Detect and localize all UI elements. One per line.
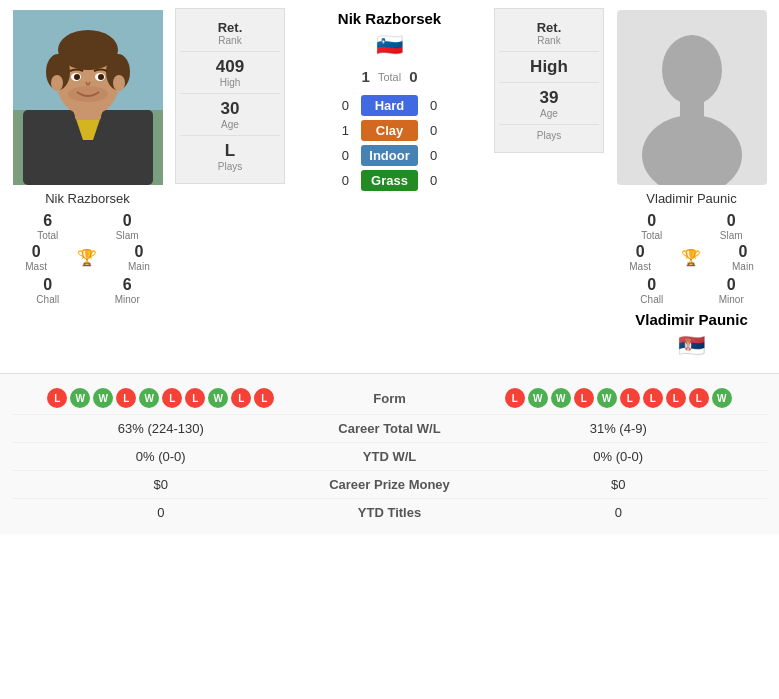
court-rows: 0 Hard 0 1 Clay 0 0 Indoor 0 0 Grass	[335, 95, 443, 191]
players-top-section: Nik Razborsek 6 Total 0 Slam 0 Mast 🏆	[0, 0, 779, 373]
prize-money-row: $0 Career Prize Money $0	[12, 471, 767, 499]
form-row: LWWLWLLWLL Form LWWLWLLLLW	[12, 382, 767, 415]
left-form-badges: LWWLWLLWLL	[12, 388, 310, 408]
form-badge-l: L	[689, 388, 709, 408]
left-mast-label: Mast	[25, 261, 47, 272]
left-trophy-icon: 🏆	[77, 248, 97, 267]
main-container: Nik Razborsek 6 Total 0 Slam 0 Mast 🏆	[0, 0, 779, 534]
svg-rect-19	[680, 98, 704, 118]
indoor-left-score: 0	[335, 148, 355, 163]
form-badge-l: L	[231, 388, 251, 408]
form-badge-w: W	[528, 388, 548, 408]
left-mast-value: 0	[25, 243, 47, 261]
left-high-value: 409	[180, 57, 280, 77]
form-badge-l: L	[185, 388, 205, 408]
right-flag: 🇷🇸	[678, 333, 705, 359]
form-badge-w: W	[551, 388, 571, 408]
left-high-block: 409 High	[180, 52, 280, 94]
clay-left-score: 1	[335, 123, 355, 138]
right-mast-value: 0	[629, 243, 651, 261]
prize-label: Career Prize Money	[310, 477, 470, 492]
left-name-center: Nik Razborsek	[338, 10, 441, 28]
bottom-stats-section: LWWLWLLWLL Form LWWLWLLLLW 63% (224-130)…	[0, 373, 779, 534]
right-ytd-wl: 0% (0-0)	[470, 449, 768, 464]
left-slam-label: Slam	[90, 230, 166, 241]
right-high-block: High	[499, 52, 599, 83]
right-total-label: Total	[614, 230, 690, 241]
left-chall-cell: 0 Chall	[10, 276, 86, 305]
right-minor-cell: 0 Minor	[694, 276, 770, 305]
form-badge-l: L	[47, 388, 67, 408]
clay-right-score: 0	[424, 123, 444, 138]
player-right-section: Vladimir Paunic 0 Total 0 Slam 0 Mast 🏆	[604, 0, 779, 373]
left-main-label: Main	[128, 261, 150, 272]
left-age-block: 30 Age	[180, 94, 280, 136]
svg-point-17	[662, 35, 722, 105]
right-ytd-titles: 0	[470, 505, 768, 520]
left-total-cell: 6 Total	[10, 212, 86, 241]
left-prize: $0	[12, 477, 310, 492]
right-player-photo	[617, 10, 767, 185]
form-badge-l: L	[666, 388, 686, 408]
right-slam-label: Slam	[694, 230, 770, 241]
form-badge-w: W	[208, 388, 228, 408]
left-ret-label: Ret.	[180, 20, 280, 35]
svg-point-9	[51, 75, 63, 91]
left-chall-value: 0	[10, 276, 86, 294]
player-left-section: Nik Razborsek 6 Total 0 Slam 0 Mast 🏆	[0, 0, 175, 315]
right-main-value: 0	[732, 243, 754, 261]
left-age-label: Age	[180, 119, 280, 130]
clay-row: 1 Clay 0	[335, 120, 443, 141]
form-badge-l: L	[116, 388, 136, 408]
total-compare-label: Total	[378, 71, 401, 83]
right-total-cell: 0 Total	[614, 212, 690, 241]
left-total-compare: 1	[362, 68, 370, 85]
form-badge-l: L	[620, 388, 640, 408]
right-minor-label: Minor	[694, 294, 770, 305]
indoor-badge: Indoor	[361, 145, 417, 166]
ytd-titles-label: YTD Titles	[310, 505, 470, 520]
right-player-name: Vladimir Paunic	[646, 191, 736, 206]
hard-left-score: 0	[335, 98, 355, 113]
ytd-wl-label: YTD W/L	[310, 449, 470, 464]
hard-right-score: 0	[424, 98, 444, 113]
right-high-value: High	[499, 57, 599, 77]
right-age-label: Age	[499, 108, 599, 119]
form-center-label: Form	[310, 391, 470, 406]
left-career-total: 63% (224-130)	[12, 421, 310, 436]
hard-badge: Hard	[361, 95, 417, 116]
right-name-center: Vladimir Paunic	[635, 311, 748, 329]
left-total-value: 6	[10, 212, 86, 230]
grass-badge: Grass	[361, 170, 417, 191]
left-flag: 🇸🇮	[376, 32, 403, 58]
svg-point-13	[74, 74, 80, 80]
right-ret-label: Ret.	[499, 20, 599, 35]
left-main-value: 0	[128, 243, 150, 261]
right-career-total: 31% (4-9)	[470, 421, 768, 436]
left-trophy-row: 0 Mast 🏆 0 Main	[10, 243, 165, 272]
form-badge-w: W	[597, 388, 617, 408]
ytd-wl-row: 0% (0-0) YTD W/L 0% (0-0)	[12, 443, 767, 471]
right-total-value: 0	[614, 212, 690, 230]
right-trophy-icon: 🏆	[681, 248, 701, 267]
form-badge-l: L	[574, 388, 594, 408]
right-chall-value: 0	[614, 276, 690, 294]
right-center-stats-panel: Ret. Rank High 39 Age Plays	[494, 8, 604, 153]
left-player-name: Nik Razborsek	[45, 191, 130, 206]
left-ytd-titles: 0	[12, 505, 310, 520]
right-prize: $0	[470, 477, 768, 492]
indoor-right-score: 0	[424, 148, 444, 163]
right-plays-label: Plays	[499, 130, 599, 141]
left-high-label: High	[180, 77, 280, 88]
left-slam-value: 0	[90, 212, 166, 230]
left-plays-block: L Plays	[180, 136, 280, 177]
right-age-block: 39 Age	[499, 83, 599, 125]
grass-left-score: 0	[335, 173, 355, 188]
form-badge-l: L	[254, 388, 274, 408]
right-slam-cell: 0 Slam	[694, 212, 770, 241]
left-ret-rank-block: Ret. Rank	[180, 15, 280, 52]
left-total-label: Total	[10, 230, 86, 241]
form-badge-w: W	[70, 388, 90, 408]
left-center-stats-panel: Ret. Rank 409 High 30 Age L Plays	[175, 8, 285, 184]
career-total-row: 63% (224-130) Career Total W/L 31% (4-9)	[12, 415, 767, 443]
